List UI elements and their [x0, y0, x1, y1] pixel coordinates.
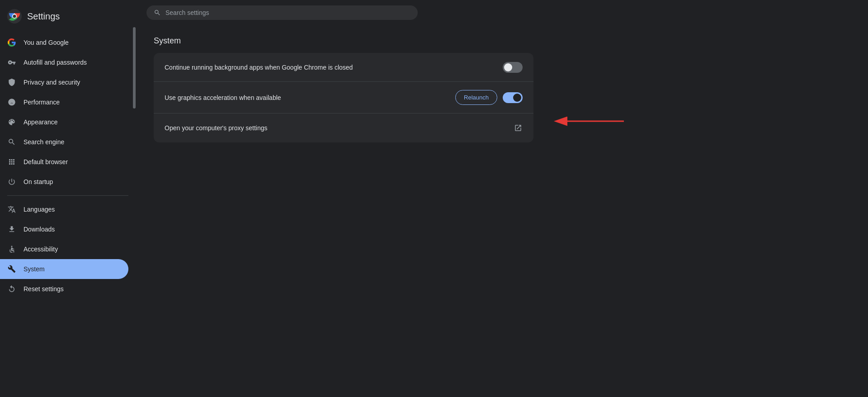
reset-icon [7, 284, 16, 293]
app-title: Settings [27, 11, 60, 22]
sidebar-item-languages[interactable]: Languages [0, 199, 128, 219]
settings-row-proxy[interactable]: Open your computer's proxy settings [154, 113, 533, 142]
power-icon [7, 177, 16, 186]
sidebar-label-on-startup: On startup [24, 178, 53, 185]
sidebar-label-system: System [24, 265, 45, 273]
settings-row-graphics: Use graphics acceleration when available… [154, 82, 533, 113]
sidebar-item-autofill[interactable]: Autofill and passwords [0, 52, 128, 72]
search-nav-icon [7, 137, 16, 147]
background-apps-toggle[interactable] [503, 62, 523, 73]
settings-card: Continue running background apps when Go… [154, 53, 533, 142]
sidebar-header: Settings [0, 5, 136, 33]
sidebar-item-search-engine[interactable]: Search engine [0, 132, 128, 152]
proxy-controls [514, 123, 523, 132]
wrench-icon [7, 265, 16, 274]
search-input[interactable] [165, 9, 410, 16]
graphics-label: Use graphics acceleration when available [165, 94, 455, 101]
search-bar [146, 5, 418, 20]
sidebar-label-you-and-google: You and Google [24, 39, 69, 46]
palette-icon [7, 118, 16, 127]
sidebar-label-default-browser: Default browser [24, 158, 68, 165]
sidebar-item-privacy[interactable]: Privacy and security [0, 72, 128, 92]
graphics-toggle[interactable] [503, 92, 523, 103]
nav-divider [7, 195, 128, 196]
sidebar-label-privacy: Privacy and security [24, 79, 80, 86]
search-bar-container [136, 0, 868, 25]
sidebar-label-reset-settings: Reset settings [24, 285, 64, 293]
sidebar-item-downloads[interactable]: Downloads [0, 219, 128, 239]
scroll-thumb[interactable] [133, 27, 136, 109]
sidebar-label-accessibility: Accessibility [24, 246, 58, 253]
settings-row-background-apps: Continue running background apps when Go… [154, 53, 533, 82]
sidebar-label-languages: Languages [24, 206, 55, 213]
svg-point-4 [13, 15, 16, 18]
external-link-icon [514, 123, 523, 132]
key-icon [7, 58, 16, 67]
section-title: System [154, 36, 850, 46]
svg-point-5 [11, 246, 13, 247]
shield-icon [7, 78, 16, 87]
sidebar: Settings You and Google Autofill an [0, 0, 136, 397]
content-area: System Continue running background apps … [136, 25, 868, 397]
sidebar-item-reset-settings[interactable]: Reset settings [0, 279, 128, 299]
download-icon [7, 225, 16, 234]
relaunch-button[interactable]: Relaunch [455, 90, 497, 105]
sidebar-item-performance[interactable]: Performance [0, 92, 128, 112]
google-icon [7, 38, 16, 47]
sidebar-item-you-and-google[interactable]: You and Google [0, 33, 128, 52]
background-apps-label: Continue running background apps when Go… [165, 64, 503, 71]
scrollbar[interactable] [133, 0, 136, 397]
browser-icon [7, 157, 16, 166]
sidebar-label-search-engine: Search engine [24, 138, 64, 146]
sidebar-item-appearance[interactable]: Appearance [0, 112, 128, 132]
sidebar-item-accessibility[interactable]: Accessibility [0, 239, 128, 259]
sidebar-item-default-browser[interactable]: Default browser [0, 152, 128, 172]
sidebar-item-on-startup[interactable]: On startup [0, 172, 128, 192]
sidebar-label-autofill: Autofill and passwords [24, 59, 87, 66]
sidebar-item-system[interactable]: System [0, 259, 128, 279]
accessibility-icon [7, 245, 16, 254]
toggle-thumb [513, 94, 521, 102]
translate-icon [7, 205, 16, 214]
main-content: System Continue running background apps … [136, 0, 868, 397]
search-icon [154, 9, 161, 16]
graphics-controls: Relaunch [455, 90, 523, 105]
toggle-thumb [504, 63, 512, 71]
background-apps-controls [503, 62, 523, 73]
proxy-label: Open your computer's proxy settings [165, 124, 514, 132]
nav-menu: You and Google Autofill and passwords Pr… [0, 33, 136, 397]
chrome-logo-icon [7, 9, 22, 24]
sidebar-label-performance: Performance [24, 99, 60, 106]
sidebar-label-downloads: Downloads [24, 226, 55, 233]
gauge-icon [7, 98, 16, 107]
sidebar-label-appearance: Appearance [24, 118, 58, 126]
